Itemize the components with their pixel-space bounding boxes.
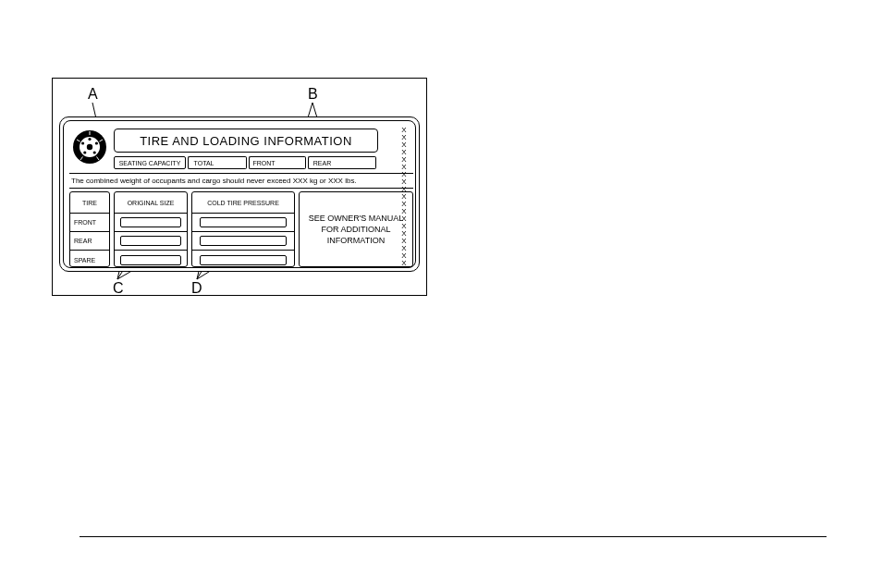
placard-title: TIRE AND LOADING INFORMATION [114, 129, 378, 153]
page-rule [80, 536, 827, 537]
original-size-spare [115, 251, 187, 269]
tire-loading-placard: TIRE AND LOADING INFORMATION SEATING CAP… [59, 116, 420, 272]
cold-pressure-spare [192, 251, 294, 269]
svg-point-11 [87, 144, 92, 150]
seating-rear-label: REAR [308, 156, 336, 169]
seating-total-value [219, 156, 247, 169]
cold-pressure-column: COLD TIRE PRESSURE [191, 191, 295, 267]
x-mark-column: X X X X X X X X X X X X X X X X X X X [398, 127, 410, 262]
placard-inner: TIRE AND LOADING INFORMATION SEATING CAP… [63, 120, 416, 268]
original-size-front-value [120, 217, 181, 227]
original-size-column: ORIGINAL SIZE [114, 191, 188, 267]
cold-pressure-rear [192, 232, 294, 251]
svg-point-12 [88, 138, 91, 141]
original-size-rear [115, 232, 187, 251]
cold-pressure-front-value [200, 217, 288, 227]
tire-row-spare-label: SPARE [70, 251, 109, 269]
owners-manual-note: SEE OWNER'S MANUAL FOR ADDITIONAL INFORM… [299, 191, 413, 267]
original-size-rear-value [120, 236, 181, 246]
callout-a: A [88, 86, 98, 103]
tire-row-rear-label: REAR [70, 232, 109, 251]
original-size-spare-value [120, 255, 181, 265]
svg-point-16 [81, 141, 84, 144]
seating-front-value [278, 156, 306, 169]
svg-point-13 [95, 141, 98, 144]
x-mark: X [398, 260, 410, 267]
tire-table: TIRE FRONT REAR SPARE ORIGINAL SIZE COLD… [69, 191, 413, 267]
seating-rear-value [336, 156, 376, 169]
combined-weight-statement: The combined weight of occupants and car… [69, 173, 413, 189]
tire-row-front-label: FRONT [70, 214, 109, 232]
tire-icon [71, 129, 108, 165]
cold-pressure-header: COLD TIRE PRESSURE [192, 192, 294, 214]
cold-pressure-rear-value [200, 236, 288, 246]
cold-pressure-front [192, 214, 294, 232]
original-size-front [115, 214, 187, 232]
seating-total-label: TOTAL [188, 156, 219, 169]
callout-b: B [308, 86, 318, 103]
seating-capacity-label: SEATING CAPACITY [114, 156, 186, 169]
tire-label-column: TIRE FRONT REAR SPARE [69, 191, 110, 267]
seating-front-label: FRONT [249, 156, 278, 169]
page: A B C D [0, 0, 882, 588]
callout-c: C [113, 280, 124, 297]
seating-capacity-row: SEATING CAPACITY TOTAL FRONT REAR [114, 156, 378, 169]
tire-header: TIRE [70, 192, 109, 214]
original-size-header: ORIGINAL SIZE [115, 192, 187, 214]
callout-d: D [191, 280, 202, 297]
svg-point-15 [83, 151, 86, 153]
cold-pressure-spare-value [200, 255, 288, 265]
svg-point-14 [93, 151, 96, 153]
